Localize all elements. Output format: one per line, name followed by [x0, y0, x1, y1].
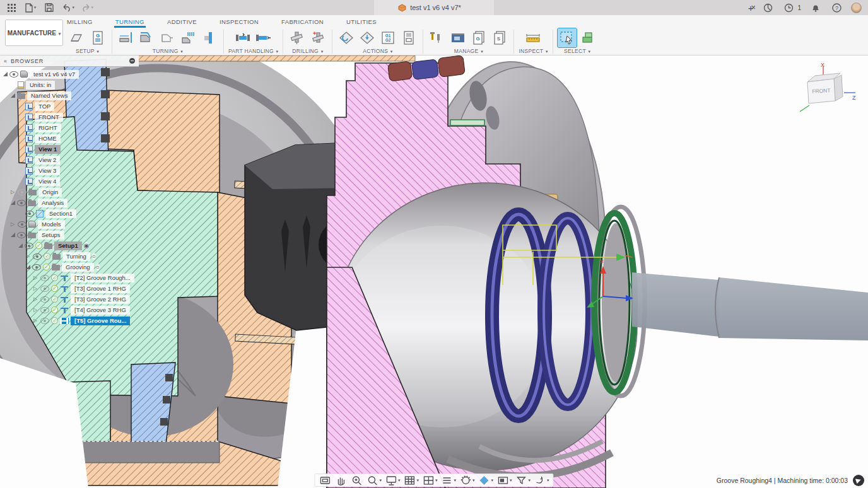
generate-gcode-button[interactable]: G — [88, 28, 107, 47]
tab-milling[interactable]: MILLING — [66, 18, 94, 28]
tree-item-view-4[interactable]: View 4 — [0, 176, 139, 187]
chuck-button[interactable] — [254, 28, 273, 47]
drilling-dropdown[interactable]: DRILLING ▾ — [292, 47, 323, 54]
tree-item-grooving[interactable]: ✓Grooving○ — [0, 262, 139, 272]
drill-button[interactable] — [288, 28, 307, 47]
new-setup-button[interactable] — [67, 28, 86, 47]
tree-item-units-in[interactable]: Units: in — [0, 79, 139, 90]
turning-thread-button[interactable] — [179, 28, 198, 47]
expand-closed-icon[interactable]: ▷ — [11, 190, 16, 195]
manage-dropdown[interactable]: MANAGE ▾ — [454, 47, 483, 54]
zoom-icon[interactable] — [349, 473, 364, 487]
new-tab-icon[interactable]: + — [748, 3, 754, 13]
tab-additive[interactable]: ADDITIVE — [166, 18, 198, 28]
tree-item-setups[interactable]: Setups — [0, 229, 139, 240]
tree-item-section1[interactable]: Section1 — [0, 208, 139, 219]
visibility-eye-icon[interactable] — [32, 264, 41, 270]
model-canvas[interactable]: × « BROWSER test v1 v6 v4 v7Units: inNam… — [0, 55, 868, 488]
job-status-icon[interactable] — [782, 2, 795, 13]
workspace-selector[interactable]: MANUFACTURE ▾ — [5, 20, 63, 46]
select-dropdown[interactable]: SELECT ▾ — [564, 47, 590, 54]
visibility-eye-icon[interactable] — [18, 221, 26, 228]
screen-layout-icon[interactable]: ▾ — [495, 473, 513, 487]
simulate-button[interactable] — [337, 28, 356, 47]
viewports-icon[interactable]: ▾ — [421, 473, 439, 487]
tree-item-t4-groove-3-rhg[interactable]: ▷✓[T4] Groove 3 RHG — [0, 305, 139, 315]
file-menu-icon[interactable]: ▾ — [24, 2, 37, 13]
selection-filter-button[interactable] — [578, 28, 597, 47]
expand-closed-icon[interactable]: ▷ — [33, 276, 38, 281]
visibility-eye-icon[interactable] — [17, 200, 26, 206]
visibility-eye-icon[interactable] — [33, 253, 42, 260]
tree-item-test-v1-v6-v4-v7[interactable]: test v1 v6 v4 v7 — [0, 69, 139, 79]
actions-dropdown[interactable]: ACTIONS ▾ — [363, 47, 392, 54]
tree-item-named-views[interactable]: Named Views — [0, 90, 139, 101]
notifications-bell-icon[interactable] — [809, 2, 822, 13]
inspect-dropdown[interactable]: INSPECT ▾ — [519, 47, 548, 54]
toolpath-filter-icon[interactable]: ▾ — [514, 473, 532, 487]
template-library-button[interactable]: S — [490, 28, 509, 47]
expand-closed-icon[interactable]: ▷ — [33, 318, 38, 323]
view-cube[interactable]: X Z FRONT — [789, 62, 859, 124]
visibility-eye-icon[interactable] — [17, 232, 26, 238]
orbit-icon[interactable]: ▾ — [458, 473, 476, 487]
tree-item-origin[interactable]: ▷Origin — [0, 187, 139, 197]
user-avatar[interactable] — [851, 3, 862, 13]
expand-closed-icon[interactable]: ▷ — [33, 297, 38, 302]
fit-icon[interactable]: ▾ — [365, 473, 383, 487]
window-select-button[interactable] — [558, 28, 577, 47]
gcode-editor-button[interactable]: G1G2 — [378, 28, 397, 47]
expand-closed-icon[interactable]: ▷ — [33, 286, 38, 291]
turning-face-button[interactable] — [138, 28, 156, 47]
visibility-eye-icon[interactable] — [40, 296, 49, 303]
measure-button[interactable] — [524, 28, 543, 47]
undo-icon[interactable]: ▾ — [62, 2, 74, 13]
operation-state-icon[interactable]: ○ — [96, 264, 100, 270]
browser-collapse-icon[interactable]: « — [4, 58, 7, 64]
post-library-button[interactable]: G — [469, 28, 488, 47]
tree-item-front[interactable]: FRONT — [0, 112, 139, 122]
extensions-icon[interactable] — [761, 2, 774, 13]
turning-dropdown[interactable]: TURNING ▾ — [153, 47, 183, 54]
tab-utilities[interactable]: UTILITIES — [345, 18, 378, 28]
visibility-eye-icon[interactable] — [25, 243, 33, 249]
scene-settings-icon[interactable] — [317, 473, 332, 487]
tool-library-button[interactable] — [428, 28, 447, 47]
tab-turning[interactable]: TURNING — [114, 18, 146, 28]
assistant-icon[interactable] — [853, 475, 864, 486]
tree-item-t2-groove-rough[interactable]: ▷✓[T2] Groove Rough... — [0, 272, 139, 283]
visibility-eye-icon[interactable] — [40, 307, 49, 313]
turning-part-button[interactable] — [200, 28, 219, 47]
display-settings-icon[interactable]: ▾ — [384, 473, 402, 487]
tree-item-view-2[interactable]: View 2 — [0, 154, 139, 165]
expand-closed-icon[interactable]: ▷ — [33, 308, 38, 313]
part-handling-dropdown[interactable]: PART HANDLING ▾ — [228, 47, 278, 54]
tab-fabrication[interactable]: FABRICATION — [280, 18, 325, 28]
tab-inspection[interactable]: INSPECTION — [218, 18, 260, 28]
visibility-eye-icon[interactable] — [40, 318, 49, 324]
setup-sheet-button[interactable] — [399, 28, 418, 47]
tree-item-t3-groove-1-rhg[interactable]: ▷✓[T3] Groove 1 RHG — [0, 283, 139, 294]
redo-icon[interactable]: ▾ — [81, 2, 93, 13]
expand-open-icon[interactable] — [18, 243, 23, 248]
tree-item-top[interactable]: TOP — [0, 101, 139, 112]
expand-open-icon[interactable] — [3, 72, 8, 76]
expand-open-icon[interactable] — [11, 233, 15, 237]
visibility-eye-icon[interactable] — [25, 211, 34, 217]
tree-item-models[interactable]: ▷Models — [0, 219, 139, 229]
grid-and-snaps-icon[interactable]: ▾ — [402, 473, 420, 487]
setup-dropdown[interactable]: SETUP ▾ — [76, 47, 99, 54]
expand-closed-icon[interactable]: ▷ — [11, 222, 16, 227]
visibility-eye-icon[interactable] — [18, 189, 26, 195]
app-grid-icon[interactable] — [5, 2, 18, 13]
expand-open-icon[interactable] — [11, 200, 15, 205]
default-setup-radio-icon[interactable]: ◉ — [84, 242, 90, 249]
tree-item-t3-groove-2-rhg[interactable]: ▷✓[T3] Groove 2 RHG — [0, 294, 139, 305]
post-process-button[interactable] — [358, 28, 377, 47]
operation-state-icon[interactable]: ○ — [92, 253, 96, 260]
tree-item-view-3[interactable]: View 3 — [0, 165, 139, 176]
help-icon[interactable]: ? — [830, 2, 843, 13]
view-history-icon[interactable]: ▾ — [532, 473, 551, 487]
expand-open-icon[interactable] — [26, 265, 30, 269]
visibility-eye-icon[interactable] — [9, 71, 18, 78]
